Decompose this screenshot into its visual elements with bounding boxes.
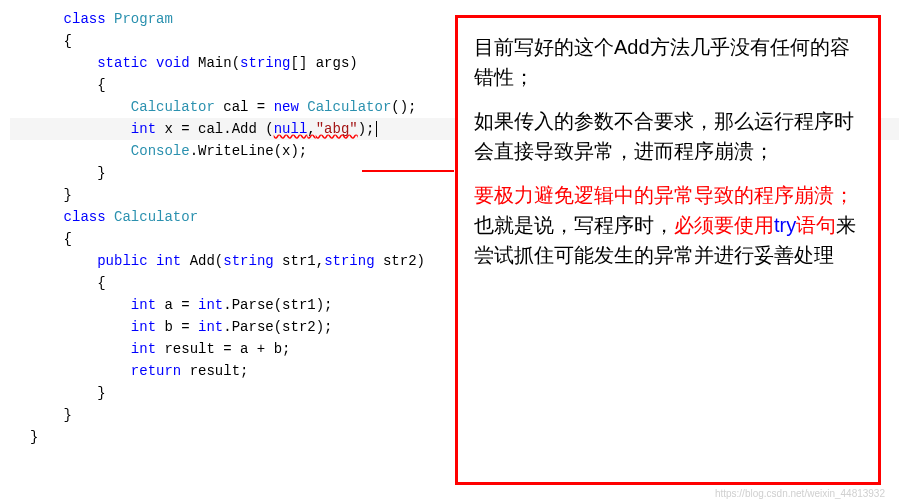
callout-annotation: 目前写好的这个Add方法几乎没有任何的容错性； 如果传入的参数不合要求，那么运行… bbox=[455, 15, 881, 485]
callout-paragraph: 如果传入的参数不合要求，那么运行程序时会直接导致异常，进而程序崩溃； bbox=[474, 106, 862, 166]
callout-paragraph: 要极力避免逻辑中的异常导致的程序崩溃；也就是说，写程序时，必须要使用try语句来… bbox=[474, 180, 862, 270]
watermark: https://blog.csdn.net/weixin_44813932 bbox=[715, 488, 885, 499]
text-cursor bbox=[376, 121, 377, 137]
callout-paragraph: 目前写好的这个Add方法几乎没有任何的容错性； bbox=[474, 32, 862, 92]
callout-connector-line bbox=[362, 170, 454, 172]
